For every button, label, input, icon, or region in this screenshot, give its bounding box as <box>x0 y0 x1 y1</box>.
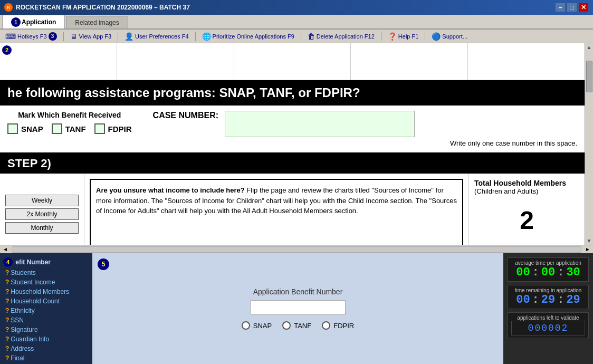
remain-timer-display: 00 : 29 : 29 <box>511 293 585 306</box>
scroll-right-arrow[interactable]: ► <box>582 246 593 252</box>
badge-3: 3 <box>49 32 57 41</box>
nav-household-count[interactable]: ? Household Count <box>3 296 89 306</box>
tab-related-images[interactable]: Related images <box>66 16 128 28</box>
badge-1: 1 <box>11 17 21 27</box>
nav-ssn[interactable]: ? SSN <box>3 315 89 325</box>
case-number-label: CASE NUMBER: <box>153 111 218 120</box>
nav-guardian-info[interactable]: ? Guardian Info <box>3 334 89 344</box>
nav-q-ethnicity: ? <box>5 307 9 314</box>
apps-counter: 000002 <box>511 321 585 336</box>
radio-tanf[interactable]: TANF <box>282 321 311 330</box>
avg-timer-section: average time per application 00 : 00 : 3… <box>508 257 589 282</box>
nav-ethnicity[interactable]: ? Ethnicity <box>3 306 89 315</box>
nav-household-members[interactable]: ? Household Members <box>3 287 89 296</box>
nav-q-student-income: ? <box>5 279 9 286</box>
nav-q-final: ? <box>5 355 9 362</box>
fdpir-checkbox[interactable] <box>94 123 105 134</box>
nav-q-students: ? <box>5 269 9 276</box>
help-icon: ❓ <box>388 32 397 41</box>
view-app-button[interactable]: 🖥 View App F3 <box>68 31 114 42</box>
prioritize-button[interactable]: 🌐 Prioritize Online Applications F9 <box>200 31 296 42</box>
nav-signature[interactable]: ? Signature <box>3 325 89 334</box>
horizontal-scrollbar[interactable]: ◄ ► <box>0 245 593 253</box>
weekly-btn[interactable]: Weekly <box>5 195 79 206</box>
frequency-buttons: Weekly 2x Monthly Monthly <box>5 195 79 234</box>
top-doc-rows: 2 <box>0 43 585 80</box>
scroll-up-arrow[interactable]: ▲ <box>587 44 592 50</box>
doc-cell-2 <box>117 43 234 80</box>
toolbar: ⌨ Hotkeys F3 3 🖥 View App F3 👤 User Pref… <box>0 30 593 43</box>
scroll-left-arrow[interactable]: ◄ <box>0 246 11 252</box>
snap-check[interactable]: SNAP <box>7 123 43 134</box>
main-area: 2 he following assistance programs: SNAP… <box>0 43 593 364</box>
avg-timer-display: 00 : 00 : 30 <box>511 266 585 279</box>
hotkeys-button[interactable]: ⌨ Hotkeys F3 3 <box>3 31 59 42</box>
2x-monthly-btn[interactable]: 2x Monthly <box>5 208 79 220</box>
sep4 <box>301 32 301 41</box>
user-prefs-button[interactable]: 👤 User Preferences F4 <box>122 31 190 42</box>
radio-fdpir[interactable]: FDPIR <box>322 321 354 330</box>
document-section: 2 he following assistance programs: SNAP… <box>0 43 593 245</box>
sep1 <box>63 32 64 41</box>
badge-5: 5 <box>98 258 109 270</box>
scroll-down-arrow[interactable]: ▼ <box>587 238 592 244</box>
nav-header: 4 efit Number <box>3 256 89 268</box>
sep3 <box>195 32 196 41</box>
fdpir-radio-label: FDPIR <box>333 322 354 330</box>
sep2 <box>118 32 118 41</box>
nav-q-ssn: ? <box>5 317 9 324</box>
household-column: Total Household Members (Children and Ad… <box>468 174 585 245</box>
benefit-number-input[interactable] <box>251 300 346 315</box>
nav-students[interactable]: ? Students <box>3 268 89 277</box>
snap-label: SNAP <box>21 124 43 133</box>
fdpir-radio[interactable] <box>322 321 330 330</box>
nav-address[interactable]: ? Address <box>3 344 89 353</box>
doc-cell-4 <box>351 43 468 80</box>
nav-q-household-members: ? <box>5 288 9 295</box>
step2-band: STEP 2) <box>0 154 585 174</box>
remain-seconds: 29 <box>566 293 580 306</box>
monthly-btn[interactable]: Monthly <box>5 222 79 234</box>
vertical-scrollbar[interactable]: ▲ ▼ <box>585 43 593 245</box>
snap-radio-label: SNAP <box>253 322 272 330</box>
fdpir-label: FDPIR <box>108 124 132 133</box>
document-content: 2 he following assistance programs: SNAP… <box>0 43 585 245</box>
left-nav: 4 efit Number ? Students ? Student Incom… <box>0 253 92 364</box>
nav-student-income[interactable]: ? Student Income <box>3 277 89 287</box>
fdpir-check[interactable]: FDPIR <box>94 123 132 134</box>
scroll-thumb[interactable] <box>586 61 592 92</box>
tanf-radio[interactable] <box>282 321 291 330</box>
close-button[interactable]: ✕ <box>578 3 589 12</box>
maximize-button[interactable]: □ <box>567 3 577 12</box>
snap-checkbox[interactable] <box>7 123 18 134</box>
support-icon: 🔵 <box>432 32 441 41</box>
benefit-section: Mark Which Benefit Received SNAP TANF <box>0 106 585 154</box>
badge-2: 2 <box>2 45 12 55</box>
snap-radio[interactable] <box>242 321 250 330</box>
step2-text: STEP 2) <box>7 157 51 170</box>
scroll-h-thumb[interactable] <box>12 246 581 253</box>
tanf-checkbox[interactable] <box>52 123 62 134</box>
info-text: Are you unsure what income to include he… <box>96 186 457 215</box>
household-title: Total Household Members <box>474 179 579 187</box>
doc-cell-5 <box>468 43 585 80</box>
tanf-check[interactable]: TANF <box>52 123 86 134</box>
minimize-button[interactable]: – <box>555 3 566 12</box>
remain-timer-label: time remaining in application <box>511 288 585 293</box>
user-prefs-icon: 👤 <box>125 32 133 41</box>
hotkeys-icon: ⌨ <box>5 32 16 41</box>
badge-4: 4 <box>3 257 13 267</box>
frequency-column: Weekly 2x Monthly Monthly <box>0 174 84 245</box>
remain-timer-section: time remaining in application 00 : 29 : … <box>508 285 589 309</box>
info-box: Are you unsure what income to include he… <box>90 179 463 245</box>
help-button[interactable]: ❓ Help F1 <box>386 31 420 42</box>
delete-app-button[interactable]: 🗑 Delete Application F12 <box>305 31 377 42</box>
nav-q-signature: ? <box>5 326 9 333</box>
title-text: ROCKETSCAN FM APPLICATION 2022000069 – B… <box>16 4 190 11</box>
nav-final[interactable]: ? Final <box>3 353 89 363</box>
tab-application[interactable]: 1 Application <box>2 15 65 28</box>
case-number-input[interactable] <box>225 111 415 137</box>
radio-snap[interactable]: SNAP <box>242 321 272 330</box>
prioritize-icon: 🌐 <box>202 32 211 41</box>
support-button[interactable]: 🔵 Support... <box>429 31 470 42</box>
